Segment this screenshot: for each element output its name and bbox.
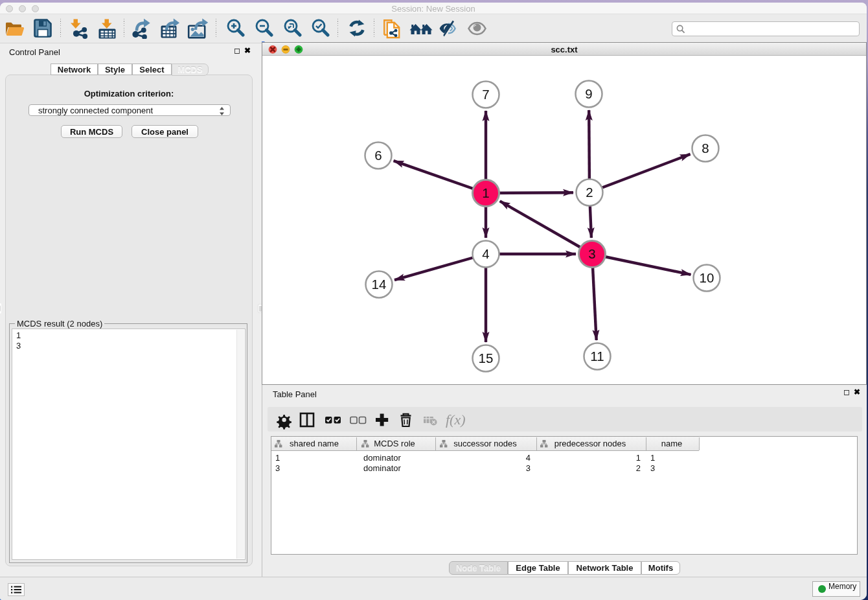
svg-text:9: 9 [585,86,592,101]
svg-text:15: 15 [479,351,494,365]
svg-text:MCDS role: MCDS role [374,439,415,448]
svg-text:7: 7 [482,87,489,102]
svg-text:1: 1 [482,185,489,200]
svg-text:predecessor nodes: predecessor nodes [554,439,626,448]
svg-text:4: 4 [482,246,489,261]
svg-text:shared name: shared name [290,439,339,448]
svg-text:2: 2 [586,185,593,200]
svg-text:3: 3 [588,246,595,261]
svg-text:6: 6 [374,148,382,163]
svg-text:f(x): f(x) [446,411,466,428]
svg-text:name: name [661,439,683,448]
svg-text:successor nodes: successor nodes [453,439,517,448]
svg-text:11: 11 [590,349,604,363]
svg-text:8: 8 [702,141,709,156]
svg-text:10: 10 [700,270,714,285]
svg-text:14: 14 [372,277,387,292]
